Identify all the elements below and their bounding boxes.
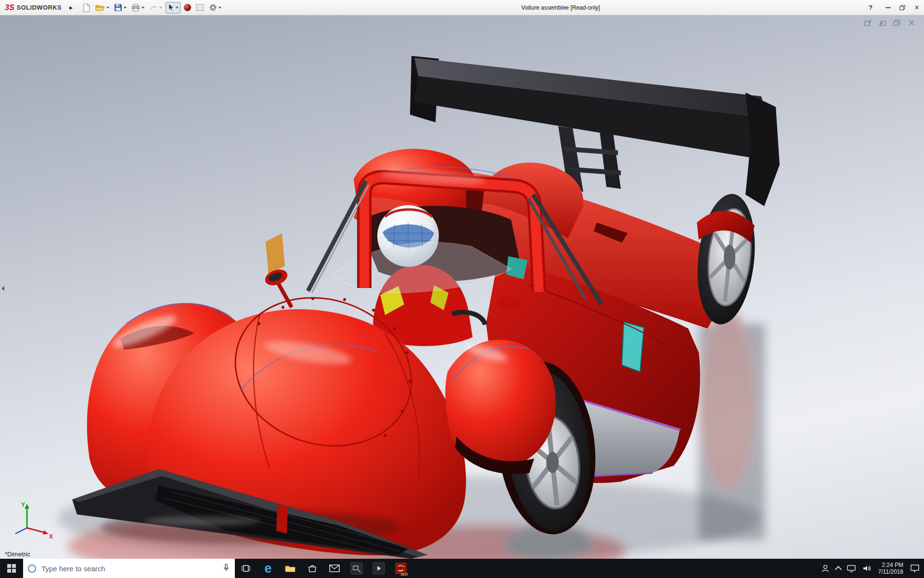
orientation-triad: Y X [7,500,55,542]
search-input[interactable] [40,564,218,573]
help-button[interactable]: ? [863,0,878,15]
undo-button[interactable] [148,2,164,13]
3ds-logo: 3S [5,3,14,12]
system-tray: 2:24 PM 7/11/2018 [818,559,924,578]
screen-sketch-icon [350,562,363,575]
screen-sketch-button[interactable] [346,559,368,578]
collapse-arrow-icon [1,286,4,291]
doc-restore-button[interactable] [892,19,902,27]
movies-tv-button[interactable] [368,559,390,578]
main-toolbar [80,2,224,13]
doc-close-icon [907,19,916,26]
task-view-button[interactable] [235,559,257,578]
network-button[interactable] [844,563,859,574]
doc-restore-icon [893,19,901,26]
task-view-icon [241,564,251,573]
windows-logo-icon [7,564,16,573]
select-tool-button[interactable] [166,2,180,13]
doc-minimize-icon [878,19,887,26]
minimize-button[interactable] [881,0,895,15]
people-button[interactable] [818,563,833,574]
store-button[interactable] [301,559,323,578]
start-button[interactable] [0,559,23,578]
triad-x-label: X [49,533,53,540]
people-icon [821,564,830,573]
triad-y-label: Y [21,501,25,508]
doc-minimize-button[interactable] [878,19,887,27]
dock-left-icon [864,19,873,26]
mail-button[interactable] [323,559,346,578]
doc-close-button[interactable] [907,19,916,27]
select-cursor-icon [167,3,174,12]
solidworks-taskbar-button[interactable]: 2017 [390,559,412,578]
new-document-button[interactable] [81,2,92,13]
drawing-sheet-button[interactable] [194,2,205,13]
feature-tree-collapse-tab[interactable] [0,283,6,294]
edge-button[interactable]: e [257,559,279,578]
solidworks-window: 3S SOLIDWORKS ▶ [0,0,924,578]
taskbar-clock[interactable]: 2:24 PM 7/11/2018 [878,562,904,575]
microphone-button[interactable] [222,563,230,574]
new-document-icon [83,3,90,12]
car-model[interactable] [0,15,924,559]
solidworks-year-label: 2017 [400,573,408,576]
save-floppy-icon [114,3,122,12]
print-dropdown-caret[interactable] [141,7,144,9]
volume-button[interactable] [860,563,874,574]
clock-date: 7/11/2018 [878,568,904,575]
hidden-icons-button[interactable] [834,564,843,573]
gear-icon [209,3,217,12]
action-center-icon [910,564,920,573]
close-button[interactable]: × [910,0,924,15]
titlebar: 3S SOLIDWORKS ▶ [0,0,924,15]
file-explorer-icon [284,564,296,573]
file-explorer-button[interactable] [279,559,301,578]
movies-tv-icon [372,562,385,575]
document-title: Voiture assemblee [Read-only] [521,0,600,15]
window-controls: ? × [863,0,924,15]
splitter-pylon [276,505,288,534]
save-button[interactable] [113,2,128,13]
open-button[interactable] [94,2,111,13]
chevron-up-icon [834,566,841,573]
search-icon [28,565,36,573]
open-dropdown-caret[interactable] [106,7,109,9]
amber-panel [266,233,285,275]
options-button[interactable] [207,2,223,13]
appearance-button[interactable] [182,2,192,13]
menu-expand-button[interactable]: ▶ [66,4,76,11]
dock-left-button[interactable] [863,19,873,27]
mail-icon [329,565,340,572]
document-window-controls [863,19,916,27]
open-folder-icon [95,4,105,12]
restore-icon [899,5,905,11]
side-window-teal [622,322,644,372]
edge-icon: e [264,562,271,575]
appearance-sphere-icon [184,4,191,11]
select-dropdown-caret[interactable] [176,7,179,9]
save-dropdown-caret[interactable] [124,7,127,9]
restore-button[interactable] [895,0,910,15]
action-center-button[interactable] [908,563,922,574]
print-icon [131,4,140,12]
solidworks-brand-name: SOLIDWORKS [17,4,62,11]
store-icon [308,564,317,573]
options-dropdown-caret[interactable] [218,7,221,9]
drawing-sheet-icon [196,4,204,11]
taskbar-search[interactable] [23,559,235,578]
microphone-icon [222,563,230,573]
minimize-icon [886,7,891,8]
undo-dropdown-caret[interactable] [159,7,162,9]
print-button[interactable] [130,2,146,13]
undo-icon [149,4,158,11]
clock-time: 2:24 PM [878,562,904,568]
network-icon [847,564,856,573]
view-orientation-label: *Dimetric [5,551,30,558]
volume-icon [862,564,872,573]
taskbar: e 2017 [0,559,924,578]
viewport-3d[interactable]: Y X *Dimetric [0,15,924,559]
